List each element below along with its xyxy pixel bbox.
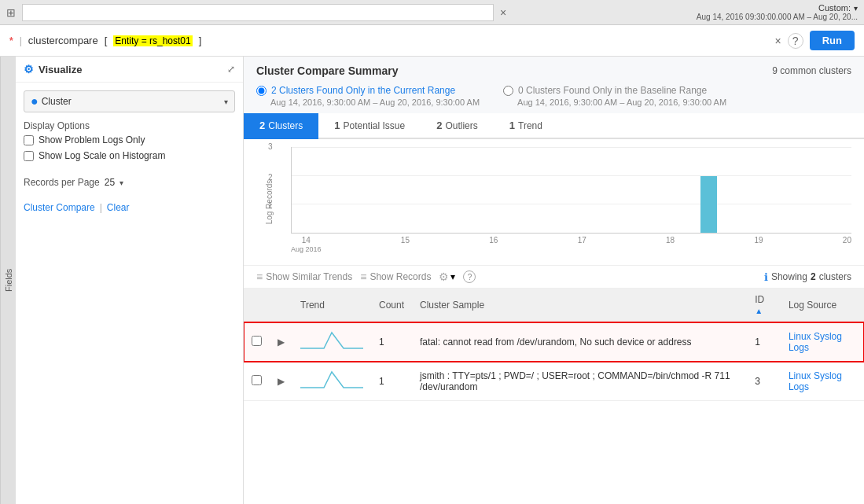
- show-records-button[interactable]: ≡ Show Records: [360, 270, 431, 283]
- tab-outliers[interactable]: 2 Outliers: [421, 113, 494, 139]
- toolbar-help-button[interactable]: ?: [463, 270, 476, 283]
- row2-count: 1: [371, 362, 412, 401]
- time-range-display[interactable]: Custom: ▾ Aug 14, 2016 09:30:00.000 AM –…: [697, 3, 858, 21]
- top-bar-left: ⊞ ×: [6, 4, 506, 21]
- row2-log-source-link[interactable]: Linux Syslog Logs: [789, 370, 842, 392]
- query-bracket-close: ]: [199, 35, 202, 46]
- cluster-selector-label: ● Cluster: [31, 94, 72, 109]
- right-panel: Cluster Compare Summary 9 common cluster…: [244, 57, 864, 504]
- show-log-scale-checkbox[interactable]: [24, 151, 34, 161]
- sidebar-left: Fields ⚙ Visualize ⤢ ● Cluster ▾ D: [0, 57, 244, 504]
- cluster-option-current: 2 Clusters Found Only in the Current Ran…: [256, 85, 480, 107]
- row1-trend-cell: [292, 322, 371, 362]
- common-clusters-count: 9 common clusters: [772, 65, 851, 76]
- query-bar: * | clustercompare [ Entity = rs_host01 …: [0, 25, 864, 57]
- cluster-selector-arrow: ▾: [224, 97, 228, 106]
- visualize-icon: ⚙: [24, 63, 34, 75]
- row1-checkbox-cell: [244, 322, 270, 362]
- records-per-page-label: Records per Page: [24, 177, 100, 188]
- tabs-row: 2 Clusters 1 Potential Issue 2 Outliers …: [244, 113, 864, 139]
- show-similar-trends-label: Show Similar Trends: [266, 271, 352, 282]
- chart-grid-mid2: [292, 204, 851, 204]
- records-dropdown-arrow[interactable]: ▾: [119, 178, 123, 187]
- query-command: clustercompare: [28, 35, 98, 46]
- run-button[interactable]: Run: [810, 31, 855, 50]
- show-similar-trends-button[interactable]: ≡ Show Similar Trends: [256, 270, 352, 283]
- cluster-option-current-row: 2 Clusters Found Only in the Current Ran…: [256, 85, 480, 96]
- show-records-label: Show Records: [369, 271, 431, 282]
- display-options-label: Display Options: [24, 120, 235, 131]
- search-close-icon[interactable]: ×: [500, 6, 506, 19]
- row2-play-button[interactable]: ▶: [278, 376, 285, 387]
- row1-play-button[interactable]: ▶: [278, 337, 285, 348]
- row1-count: 1: [371, 322, 412, 362]
- action-links-row: Cluster Compare | Clear: [24, 202, 235, 213]
- th-id[interactable]: ID ▲: [747, 289, 781, 322]
- sidebar-expand-icon[interactable]: ⤢: [227, 64, 235, 75]
- show-records-icon: ≡: [360, 270, 366, 283]
- show-problem-logs-label: Show Problem Logs Only: [39, 134, 145, 145]
- search-input[interactable]: [22, 4, 494, 21]
- cluster-compare-link[interactable]: Cluster Compare: [24, 202, 95, 213]
- th-checkbox: [244, 289, 270, 322]
- sidebar-title: ⚙ Visualize: [24, 63, 82, 75]
- row1-log-source-link[interactable]: Linux Syslog Logs: [789, 331, 842, 353]
- x-label-19: 19: [754, 236, 763, 253]
- table-header-row: Trend Count Cluster Sample ID ▲ Log Sour…: [244, 289, 864, 322]
- gear-dropdown-button[interactable]: ⚙ ▾: [439, 270, 455, 283]
- x-label-14: 14Aug 2016: [291, 236, 322, 253]
- query-help-button[interactable]: ?: [788, 33, 803, 49]
- y-tick-2: 2: [268, 173, 273, 182]
- time-range-label: Custom:: [818, 3, 851, 13]
- records-per-page-row: Records per Page 25 ▾: [24, 177, 235, 188]
- chart-grid-top: [292, 147, 851, 148]
- link-separator: |: [100, 202, 102, 213]
- showing-label: Showing: [771, 271, 807, 282]
- th-count: Count: [371, 289, 412, 322]
- tab-trend[interactable]: 1 Trend: [494, 113, 558, 139]
- baseline-range-radio[interactable]: [503, 86, 513, 96]
- row1-checkbox[interactable]: [252, 336, 262, 346]
- gear-dropdown-arrow: ▾: [450, 271, 455, 282]
- table-body: ▶ 1 fatal: cannot read from /dev/urandom…: [244, 322, 864, 401]
- row2-checkbox-cell: [244, 362, 270, 401]
- chart-area: Log Records 3 2 1 14Aug 2016 15 16 17 18…: [244, 139, 864, 265]
- sidebar: ⚙ Visualize ⤢ ● Cluster ▾ Display Option…: [16, 57, 244, 504]
- grid-icon: ⊞: [6, 6, 16, 19]
- clear-link[interactable]: Clear: [107, 202, 130, 213]
- y-tick-3: 3: [268, 142, 273, 151]
- row1-sparkline: [300, 329, 363, 352]
- summary-title: Cluster Compare Summary: [256, 64, 399, 77]
- cluster-options: 2 Clusters Found Only in the Current Ran…: [244, 82, 864, 113]
- row1-id: 1: [747, 322, 781, 362]
- row2-trend-cell: [292, 362, 371, 401]
- x-label-18: 18: [666, 236, 675, 253]
- cluster-option-baseline: 0 Clusters Found Only in the Baseline Ra…: [503, 85, 726, 107]
- table-toolbar: ≡ Show Similar Trends ≡ Show Records ⚙ ▾…: [244, 265, 864, 289]
- summary-header: Cluster Compare Summary 9 common cluster…: [244, 57, 864, 82]
- current-range-radio[interactable]: [256, 86, 267, 96]
- chart-inner: 3 2 1: [291, 147, 851, 234]
- show-problem-logs-checkbox[interactable]: [24, 135, 34, 145]
- display-options-section: Display Options Show Problem Logs Only S…: [24, 120, 235, 166]
- top-bar: ⊞ × Custom: ▾ Aug 14, 2016 09:30:00.000 …: [0, 0, 864, 25]
- th-trend: Trend: [292, 289, 371, 322]
- baseline-range-label: 0 Clusters Found Only in the Baseline Ra…: [518, 85, 707, 96]
- table-row: ▶ 1 fatal: cannot read from /dev/urandom…: [244, 322, 864, 362]
- table-row: ▶ 1 jsmith : TTY=pts/1 ; PWD=/ ; USER=ro…: [244, 362, 864, 401]
- table-container: Trend Count Cluster Sample ID ▲ Log Sour…: [244, 289, 864, 504]
- fields-tab[interactable]: Fields: [0, 57, 16, 504]
- tab-clusters[interactable]: 2 Clusters: [244, 113, 318, 139]
- cluster-selector[interactable]: ● Cluster ▾: [24, 90, 235, 112]
- row1-play-cell: ▶: [270, 322, 292, 362]
- current-range-label: 2 Clusters Found Only in the Current Ran…: [271, 85, 455, 96]
- time-range-value: Aug 14, 2016 09:30:00.000 AM – Aug 20, 2…: [697, 13, 858, 21]
- query-close-button[interactable]: ×: [775, 35, 781, 47]
- query-actions: × ? Run: [775, 31, 855, 50]
- results-table: Trend Count Cluster Sample ID ▲ Log Sour…: [244, 289, 864, 401]
- current-range-date: Aug 14, 2016, 9:30:00 AM – Aug 20, 2016,…: [270, 97, 480, 107]
- tab-potential-issue[interactable]: 1 Potential Issue: [318, 113, 421, 139]
- row2-checkbox[interactable]: [252, 375, 262, 385]
- showing-count: 2: [811, 271, 816, 282]
- row2-id: 3: [747, 362, 781, 401]
